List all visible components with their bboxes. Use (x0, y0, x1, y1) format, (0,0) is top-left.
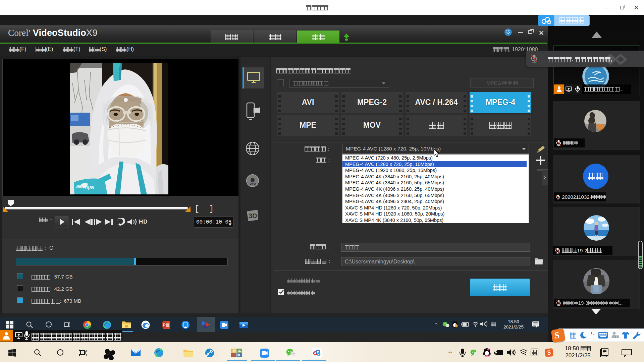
svg-text:P: P (163, 322, 166, 327)
svg-text:DVD: DVD (250, 182, 256, 185)
svg-text:winner: winner (75, 183, 94, 191)
svg-text:10: 10 (616, 336, 619, 338)
svg-text:▦: ▦ (166, 322, 169, 327)
svg-text:3D: 3D (249, 212, 257, 220)
